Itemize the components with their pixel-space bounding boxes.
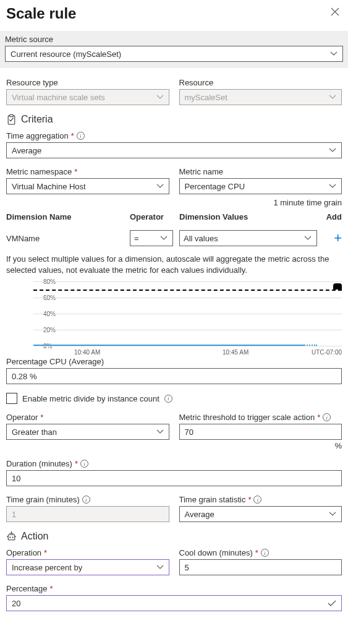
add-dimension-button[interactable]: + [334, 231, 342, 245]
page-title: Scale rule [6, 5, 76, 22]
operator-label: Operator* [6, 413, 169, 422]
resource-type-select: Virtual machine scale sets [6, 89, 169, 105]
chevron-down-icon [156, 429, 164, 434]
resource-select: myScaleSet [179, 89, 342, 105]
metric-name-select[interactable]: Percentage CPU [179, 178, 342, 194]
resource-type-label: Resource type [6, 78, 169, 87]
svg-rect-1 [10, 114, 13, 116]
dimension-header: Dimension Name Operator Dimension Values… [6, 208, 342, 225]
metric-source-value: Current resource (myScaleSet) [11, 49, 121, 59]
operator-select[interactable]: Greater than [6, 424, 169, 440]
svg-point-4 [12, 536, 14, 538]
cpu-avg-label: Percentage CPU (Average) [6, 357, 342, 366]
resource-value: myScaleSet [185, 93, 227, 102]
metric-source-select[interactable]: Current resource (myScaleSet) [5, 46, 343, 62]
robot-icon [6, 531, 17, 542]
info-icon[interactable]: i [253, 496, 261, 504]
close-icon[interactable] [328, 5, 342, 21]
time-grain-label: Time grain (minutes) i [6, 495, 169, 504]
time-grain-value: 1 [12, 510, 16, 519]
time-grain-note: 1 minute time grain [6, 198, 342, 207]
info-icon[interactable]: i [261, 549, 269, 557]
info-icon[interactable]: i [323, 413, 331, 421]
chevron-down-icon [156, 95, 164, 100]
time-agg-label: Time aggregation* i [6, 131, 342, 140]
threshold-label: Metric threshold to trigger scale action… [179, 413, 342, 422]
operation-value: Increase percent by [12, 563, 82, 572]
time-grain-stat-value: Average [185, 510, 214, 519]
dimension-note: If you select multiple values for a dime… [6, 254, 342, 275]
cooldown-input[interactable] [179, 559, 342, 575]
metric-name-value: Percentage CPU [185, 182, 245, 191]
chart-tz: UTC-07:00 [312, 349, 342, 356]
chevron-down-icon [160, 236, 168, 241]
info-icon[interactable]: i [77, 132, 85, 140]
threshold-input[interactable] [179, 424, 342, 440]
percentage-input[interactable] [6, 595, 342, 611]
chevron-down-icon [156, 184, 164, 189]
chevron-down-icon [330, 51, 337, 56]
dimension-row: VMName = All values + [6, 225, 342, 251]
cooldown-field[interactable] [185, 563, 337, 572]
time-grain-input: 1 [6, 506, 169, 522]
svg-point-3 [9, 536, 11, 538]
enable-divide-label: Enable metric divide by instance count [22, 394, 159, 403]
operation-label: Operation* [6, 548, 169, 557]
percentage-field[interactable] [12, 599, 336, 608]
operation-select[interactable]: Increase percent by [6, 559, 169, 575]
dimension-op-select[interactable]: = [130, 230, 173, 246]
dimension-name: VMName [6, 234, 130, 243]
metric-ns-select[interactable]: Virtual Machine Host [6, 178, 169, 194]
metric-ns-label: Metric namespace* [6, 167, 169, 176]
metric-ns-value: Virtual Machine Host [12, 182, 86, 191]
chevron-down-icon [329, 148, 336, 153]
action-heading: Action [6, 531, 342, 542]
info-icon[interactable]: i [82, 496, 90, 504]
chevron-down-icon [329, 512, 336, 517]
time-grain-stat-label: Time grain statistic* i [179, 495, 342, 504]
metric-chart: 80% 60% 40% 20% 0% 10:40 AM 10:45 AM UTC… [6, 281, 342, 356]
info-icon[interactable]: i [80, 460, 88, 468]
svg-rect-2 [8, 535, 15, 540]
time-agg-value: Average [12, 146, 41, 155]
cpu-avg-value: 0.28 % [6, 368, 342, 384]
clipboard-icon [6, 114, 17, 125]
threshold-unit: % [179, 441, 342, 450]
duration-input[interactable] [6, 470, 342, 486]
time-grain-stat-select[interactable]: Average [179, 506, 342, 522]
chevron-down-icon [156, 565, 164, 570]
duration-field[interactable] [12, 474, 336, 483]
dimension-values-select[interactable]: All values [179, 230, 317, 246]
cooldown-label: Cool down (minutes)* i [179, 548, 342, 557]
resource-label: Resource [179, 78, 342, 87]
threshold-field[interactable] [185, 427, 337, 437]
criteria-heading: Criteria [6, 114, 342, 125]
info-icon[interactable]: i [164, 395, 172, 403]
metric-source-label: Metric source [5, 35, 343, 44]
operator-value: Greater than [12, 427, 57, 437]
chevron-down-icon [329, 95, 336, 100]
chevron-down-icon [329, 184, 336, 189]
time-agg-select[interactable]: Average [6, 142, 342, 158]
duration-label: Duration (minutes)* i [6, 459, 342, 468]
chevron-down-icon [304, 236, 312, 241]
metric-name-label: Metric name [179, 167, 342, 176]
percentage-label: Percentage* [6, 584, 342, 593]
enable-divide-checkbox[interactable] [6, 393, 17, 404]
resource-type-value: Virtual machine scale sets [12, 93, 105, 102]
